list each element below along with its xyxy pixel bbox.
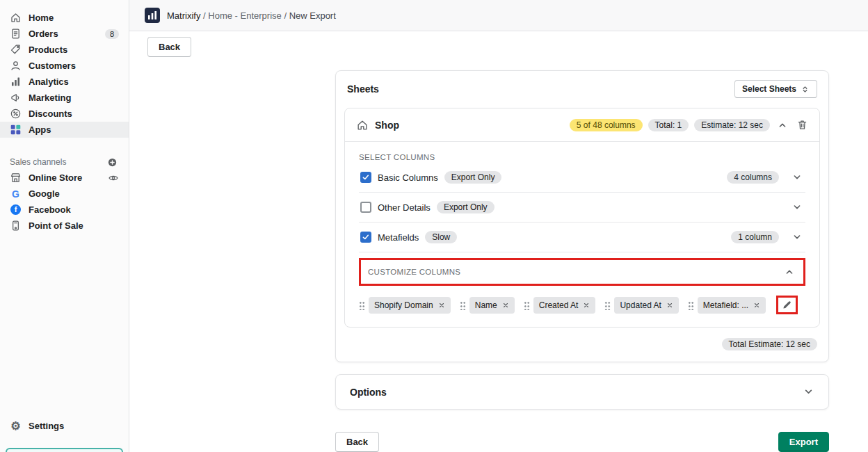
drag-handle-icon[interactable] bbox=[460, 300, 466, 310]
export-only-badge: Export Only bbox=[444, 171, 502, 184]
columns-badge: 1 column bbox=[731, 231, 779, 243]
pos-icon bbox=[10, 220, 22, 232]
selected-columns-row: Shopify Domain Name bbox=[359, 296, 805, 314]
sidebar-item-home[interactable]: Home bbox=[0, 10, 129, 26]
columns-count-badge: 5 of 48 columns bbox=[570, 119, 643, 131]
sidebar-item-label: Online Store bbox=[29, 172, 82, 183]
customize-columns-label: CUSTOMIZE COLUMNS bbox=[368, 268, 460, 276]
column-tag: Metafield: ... bbox=[688, 297, 766, 314]
sidebar-item-label: Orders bbox=[29, 29, 58, 39]
column-tag: Name bbox=[460, 297, 515, 314]
sidebar-item-orders[interactable]: Orders 8 bbox=[0, 26, 129, 42]
column-chip[interactable]: Created At bbox=[533, 297, 596, 314]
column-chip[interactable]: Metafield: ... bbox=[698, 297, 766, 314]
annotation-box bbox=[776, 296, 798, 314]
collapse-sheet-chevron-up-icon[interactable] bbox=[775, 118, 789, 132]
select-sheets-button[interactable]: Select Sheets bbox=[734, 80, 817, 98]
column-group-row-metafields: Metafields Slow 1 column bbox=[359, 223, 805, 252]
export-button[interactable]: Export bbox=[778, 432, 829, 452]
sidebar-item-apps[interactable]: Apps bbox=[0, 122, 129, 138]
breadcrumb-current: New Export bbox=[289, 10, 336, 21]
sheets-card: Sheets Select Sheets Shop 5 of 48 colu bbox=[335, 70, 829, 362]
google-icon: G bbox=[10, 188, 22, 200]
sidebar-item-label: Products bbox=[29, 45, 67, 55]
sidebar: Home Orders 8 Products Customers Analyti… bbox=[0, 0, 129, 452]
drag-handle-icon[interactable] bbox=[688, 300, 694, 310]
metafields-checkbox[interactable] bbox=[360, 232, 371, 243]
sidebar-item-discounts[interactable]: Discounts bbox=[0, 106, 129, 122]
sales-channels-heading: Sales channels bbox=[0, 154, 129, 170]
drag-handle-icon[interactable] bbox=[524, 300, 530, 310]
sidebar-item-label: Home bbox=[29, 13, 54, 23]
sidebar-item-label: Apps bbox=[29, 124, 51, 135]
remove-column-icon[interactable] bbox=[502, 302, 509, 309]
add-channel-button[interactable] bbox=[106, 156, 119, 169]
matrixify-logo bbox=[145, 8, 160, 23]
remove-column-icon[interactable] bbox=[583, 302, 590, 309]
column-chip[interactable]: Name bbox=[469, 297, 515, 314]
sidebar-item-products[interactable]: Products bbox=[0, 42, 129, 58]
sidebar-item-point-of-sale[interactable]: Point of Sale bbox=[0, 218, 129, 234]
back-button-top[interactable]: Back bbox=[147, 37, 191, 57]
collapse-customize-chevron-up-icon[interactable] bbox=[782, 265, 796, 279]
annotation-box: CUSTOMIZE COLUMNS bbox=[359, 258, 805, 286]
drag-handle-icon[interactable] bbox=[604, 300, 611, 310]
sidebar-item-google[interactable]: G Google bbox=[0, 186, 129, 202]
breadcrumb: Matrixify / Home - Enterprise / New Expo… bbox=[129, 0, 868, 31]
sidebar-item-marketing[interactable]: Marketing bbox=[0, 90, 129, 106]
store-icon bbox=[10, 172, 22, 184]
other-details-checkbox[interactable] bbox=[360, 202, 371, 213]
sidebar-item-analytics[interactable]: Analytics bbox=[0, 74, 129, 90]
gear-icon: ⚙ bbox=[10, 421, 22, 432]
column-group-label: Basic Columns bbox=[378, 172, 438, 183]
shop-home-icon bbox=[356, 119, 369, 131]
column-group-label: Other Details bbox=[378, 202, 431, 213]
analytics-icon bbox=[10, 76, 22, 88]
main-area: Matrixify / Home - Enterprise / New Expo… bbox=[129, 0, 868, 452]
sidebar-item-customers[interactable]: Customers bbox=[0, 58, 129, 74]
expand-group-chevron-down-icon[interactable] bbox=[790, 200, 804, 214]
back-button-bottom[interactable]: Back bbox=[335, 432, 379, 452]
total-estimate-badge: Total Estimate: 12 sec bbox=[722, 338, 817, 350]
home-icon bbox=[10, 12, 22, 24]
sidebar-item-online-store[interactable]: Online Store bbox=[0, 170, 129, 186]
expand-group-chevron-down-icon[interactable] bbox=[790, 230, 804, 244]
slow-badge: Slow bbox=[425, 231, 457, 243]
breadcrumb-section[interactable]: Home - Enterprise bbox=[208, 10, 281, 21]
column-group-label: Metafields bbox=[378, 232, 419, 243]
remove-column-icon[interactable] bbox=[666, 302, 673, 309]
column-tag: Updated At bbox=[604, 297, 678, 314]
marketing-icon bbox=[10, 92, 22, 104]
shop-sheet-card: Shop 5 of 48 columns Total: 1 Estimate: … bbox=[344, 108, 820, 328]
customize-columns-header[interactable]: CUSTOMIZE COLUMNS bbox=[361, 260, 803, 284]
columns-badge: 4 columns bbox=[727, 171, 779, 184]
sidebar-item-label: Settings bbox=[29, 421, 64, 431]
column-group-row-basic-columns: Basic Columns Export Only 4 columns bbox=[359, 163, 805, 193]
breadcrumb-separator: / bbox=[203, 10, 206, 21]
eye-icon[interactable] bbox=[108, 172, 119, 184]
edit-columns-pencil-icon[interactable] bbox=[782, 300, 792, 310]
customers-icon bbox=[10, 60, 22, 72]
column-chip[interactable]: Shopify Domain bbox=[369, 297, 451, 314]
options-title: Options bbox=[350, 387, 387, 398]
estimate-badge: Estimate: 12 sec bbox=[694, 119, 770, 131]
delete-sheet-trash-icon[interactable] bbox=[795, 118, 810, 132]
facebook-icon: f bbox=[10, 204, 22, 215]
shop-title: Shop bbox=[375, 120, 399, 131]
apps-icon bbox=[10, 124, 22, 136]
remove-column-icon[interactable] bbox=[438, 302, 445, 309]
discounts-icon bbox=[10, 108, 22, 120]
basic-columns-checkbox[interactable] bbox=[360, 172, 371, 183]
column-chip[interactable]: Updated At bbox=[614, 297, 678, 314]
sidebar-item-settings[interactable]: ⚙ Settings bbox=[0, 418, 129, 434]
options-card[interactable]: Options bbox=[335, 374, 829, 410]
sidebar-item-facebook[interactable]: f Facebook bbox=[0, 202, 129, 218]
drag-handle-icon[interactable] bbox=[359, 300, 365, 310]
options-chevron-down-icon[interactable] bbox=[801, 385, 816, 399]
sidebar-item-label: Google bbox=[29, 188, 60, 199]
remove-column-icon[interactable] bbox=[753, 302, 760, 309]
breadcrumb-app[interactable]: Matrixify bbox=[167, 10, 200, 21]
expand-group-chevron-down-icon[interactable] bbox=[790, 170, 804, 184]
column-tag: Shopify Domain bbox=[359, 297, 451, 314]
export-only-badge: Export Only bbox=[437, 201, 495, 213]
